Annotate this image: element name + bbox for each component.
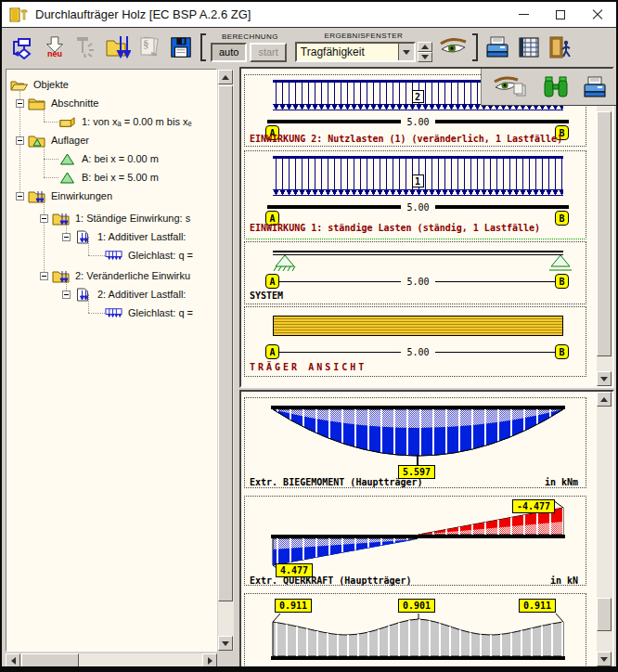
top-window-scrollbar[interactable] <box>597 69 612 386</box>
dimension-line: 5.00 <box>267 114 569 129</box>
tree-item-loadcase-1[interactable]: 1: Additiver Lastfall: <box>62 227 187 246</box>
paragraph-pages-button-disabled[interactable]: § <box>134 32 165 62</box>
tree-item-abschnitte[interactable]: Abschnitte <box>16 94 100 112</box>
dimension-value: 5.00 <box>401 202 434 213</box>
tree-item-action-2[interactable]: 2: Veränderliche Einwirku <box>40 266 192 285</box>
scroll-up-button[interactable] <box>218 70 233 84</box>
tree-item-action-1[interactable]: 1: Ständige Einwirkung: s <box>40 209 192 227</box>
beam-line <box>273 251 563 255</box>
dimension-value: 5.00 <box>401 347 434 357</box>
scrollbar-thumb[interactable] <box>597 598 612 631</box>
utilization-right-value: 0.911 <box>519 599 556 613</box>
start-button[interactable]: start <box>250 43 286 62</box>
panel-einwirkung-1: 1 5.00 A B EINWIRKUNG 1: ständige Lasten… <box>244 150 586 239</box>
distributed-load-icon <box>105 249 122 263</box>
group-bracket-right <box>472 33 478 61</box>
open-folder-icon <box>10 78 28 92</box>
tree-item-label[interactable]: 1: Ständige Einwirkung: s <box>73 212 192 225</box>
scrollbar-thumb[interactable] <box>597 111 612 356</box>
tree-vertical-scrollbar[interactable] <box>218 70 234 651</box>
tree-item-label[interactable]: 2: Veränderliche Einwirku <box>73 269 192 282</box>
tree-item-label[interactable]: A: bei x = 0.00 m <box>80 152 161 165</box>
arrow-right-icon <box>208 657 212 665</box>
tree-item-support-a[interactable]: A: bei x = 0.00 m <box>58 149 161 168</box>
supports-folder-icon <box>28 134 45 148</box>
print-button[interactable] <box>482 32 513 62</box>
pin-icon <box>73 34 99 60</box>
close-button[interactable] <box>579 3 616 27</box>
tree-item-auflager[interactable]: Auflager <box>16 131 91 149</box>
print-icon[interactable] <box>582 74 608 100</box>
open-import-button[interactable] <box>102 32 134 62</box>
exit-door-icon <box>547 34 573 60</box>
exit-button[interactable] <box>545 32 576 62</box>
binoculars-icon[interactable] <box>542 75 570 99</box>
tree-horizontal-scrollbar[interactable] <box>6 653 217 668</box>
collapse-toggle-icon[interactable] <box>40 214 48 223</box>
flowchart-button[interactable] <box>7 32 39 62</box>
tree-connector <box>88 255 105 256</box>
tree-item-einwirkungen[interactable]: Einwirkungen <box>16 187 114 205</box>
scroll-up-button[interactable] <box>597 392 612 407</box>
tree-item-objekte[interactable]: Objekte <box>10 75 71 94</box>
auto-button[interactable]: auto <box>211 43 247 62</box>
collapse-toggle-icon[interactable] <box>40 272 48 280</box>
collapse-toggle-icon[interactable] <box>62 291 71 299</box>
scrollbar-thumb[interactable] <box>21 653 79 668</box>
save-button[interactable] <box>165 32 197 62</box>
timber-beam <box>273 316 563 336</box>
panel-traeger-ansicht: 5.00 A B TRÄGER ANSICHT <box>244 306 586 377</box>
tree-item-label[interactable]: 1: von xₐ = 0.00 m bis xₑ <box>80 115 194 128</box>
load-number-tag: 2 <box>412 90 424 103</box>
scroll-down-button[interactable] <box>218 636 233 651</box>
tree-item-label[interactable]: 2: Additiver Lastfall: <box>96 288 187 301</box>
paragraph-glyph: § <box>143 37 149 52</box>
minimize-button[interactable] <box>505 3 542 27</box>
shear-min-value: -4.477 <box>512 499 555 513</box>
support-a-icon <box>273 254 297 273</box>
panel-biegemoment: 5.597 Extr. BIEGEMOMENT (Hauptträger) in… <box>244 397 586 488</box>
view-button[interactable] <box>435 32 470 62</box>
title-bar: Durchlaufträger Holz [EC BSP A.2.6 ZG] <box>2 2 616 28</box>
tree-item-label[interactable]: Abschnitte <box>49 97 100 110</box>
tree-item-label[interactable]: Gleichlast: q = <box>126 249 195 262</box>
app-icon <box>9 6 28 23</box>
collapse-toggle-icon[interactable] <box>16 192 24 200</box>
scroll-down-button[interactable] <box>597 371 612 386</box>
spinner-up-button[interactable] <box>418 42 432 52</box>
calculation-group-label: BERECHNUNG <box>222 32 278 41</box>
tree-item-label[interactable]: Auflager <box>49 134 91 147</box>
view-pages-icon[interactable] <box>493 74 530 100</box>
tree-item-gleichlast-2[interactable]: Gleichlast: q = <box>105 304 195 322</box>
scroll-left-button[interactable] <box>6 653 20 668</box>
scrollbar-thumb[interactable] <box>218 85 233 601</box>
dropdown-arrow-button[interactable] <box>398 44 414 60</box>
manual-button[interactable] <box>513 32 545 62</box>
tree-item-label[interactable]: Objekte <box>32 78 71 91</box>
tree-item-loadcase-2[interactable]: 2: Additiver Lastfall: <box>62 285 187 304</box>
pin-button-disabled[interactable] <box>71 32 102 62</box>
spinner-down-button[interactable] <box>418 52 432 62</box>
collapse-toggle-icon[interactable] <box>16 99 24 108</box>
paragraph-pages-icon <box>136 34 162 60</box>
dimension-line: 5.00 <box>267 344 569 359</box>
new-button[interactable]: neu <box>39 35 71 58</box>
collapse-toggle-icon[interactable] <box>62 233 71 241</box>
tree-item-label[interactable]: Einwirkungen <box>49 189 114 202</box>
input-views-window: 2 5.00 A B EINWIRKUNG 2: Nutzlasten (1) … <box>239 67 614 388</box>
tree-item-section-1[interactable]: 1: von xₐ = 0.00 m bis xₑ <box>58 112 194 131</box>
tree-item-gleichlast-1[interactable]: Gleichlast: q = <box>105 246 195 265</box>
panel-caption: EINWIRKUNG 1: ständige Lasten (ständig, … <box>250 223 540 233</box>
tree-item-label[interactable]: Gleichlast: q = <box>126 306 195 319</box>
results-dropdown[interactable]: Tragfähigkeit <box>295 42 416 62</box>
main-toolbar: neu <box>2 29 616 65</box>
tree-item-label[interactable]: 1: Additiver Lastfall: <box>96 230 187 243</box>
collapse-toggle-icon[interactable] <box>16 136 24 145</box>
maximize-button[interactable] <box>542 3 579 27</box>
scroll-right-button[interactable] <box>202 653 217 668</box>
scroll-down-button[interactable] <box>597 652 612 666</box>
bottom-window-scrollbar[interactable] <box>597 392 612 666</box>
tree-item-label[interactable]: B: bei x = 5.00 m <box>80 171 161 184</box>
tree-item-support-b[interactable]: B: bei x = 5.00 m <box>58 168 161 187</box>
results-area: 2 5.00 A B EINWIRKUNG 2: Nutzlasten (1) … <box>239 67 614 668</box>
